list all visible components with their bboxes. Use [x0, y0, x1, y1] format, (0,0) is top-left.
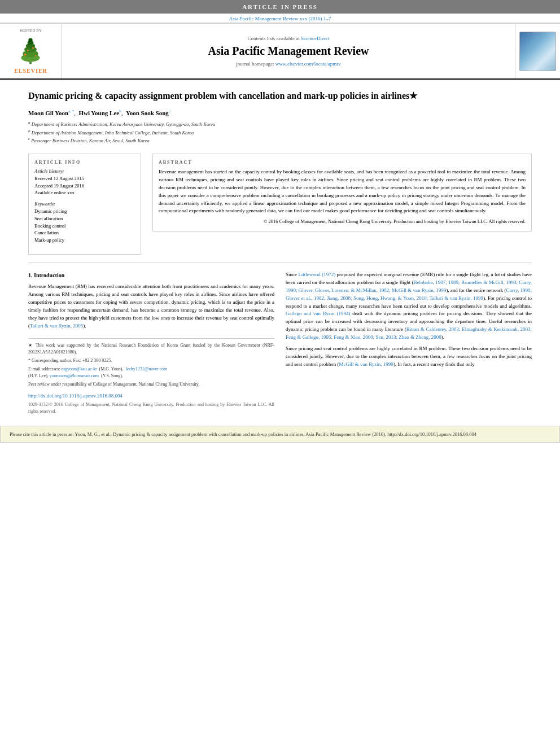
keyword-1: Dynamic pricing — [34, 208, 135, 215]
keywords-list: Dynamic pricing Seat allocation Booking … — [34, 208, 135, 244]
affil-b-text: Department of Aviation Management, Inha … — [32, 129, 194, 135]
sciencedirect-link[interactable]: ScienceDirect — [301, 36, 329, 41]
contents-line: Contents lists available at ScienceDirec… — [248, 36, 330, 41]
right-col-para1: Since Littlewood (1972) proposed the exp… — [286, 271, 532, 342]
main-content: Dynamic pricing & capacity assignment pr… — [0, 80, 560, 426]
accepted-date: Accepted 19 August 2016 — [34, 182, 135, 190]
journal-header: HOSTED BY ELSEVIER Conten — [0, 23, 560, 80]
article-info-box: ARTICLE INFO Article history: Received 1… — [28, 154, 141, 255]
intro-heading: 1. Introduction — [28, 271, 274, 280]
cite-talluri-2005: Talluri & van Ryzin, 2005 — [30, 323, 83, 329]
right-col-para2: Since pricing and seat control problems … — [286, 345, 532, 369]
keywords-title: Keywords: — [34, 201, 135, 207]
author-3-name: Yoon Sook Song — [126, 110, 169, 116]
email-3[interactable]: yoonssong@koreanair.com — [50, 373, 99, 378]
bottom-citation-bar: Please cite this article in press as: Yo… — [0, 426, 560, 443]
cite-gallego-1994: Gallego and van Ryzin (1994) — [286, 311, 351, 316]
email-3-name: Y.S. Song — [103, 373, 121, 378]
author-2-name: Hwi Young Lee — [78, 110, 119, 116]
article-body: 1. Introduction Revenue Management (RM) … — [28, 271, 532, 420]
author-2-sup: b — [119, 109, 121, 113]
affiliation-a: a Department of Business Administration,… — [28, 120, 532, 128]
journal-header-center: Contents lists available at ScienceDirec… — [62, 24, 515, 78]
cite-littlewood: Littlewood (1972) — [298, 272, 335, 277]
homepage-prefix: journal homepage: — [236, 61, 275, 67]
doi-line[interactable]: http://dx.doi.org/10.1016/j.apmrv.2016.0… — [28, 392, 274, 400]
footnotes-area: ★ This work was supported by the Nationa… — [28, 338, 274, 388]
svg-point-6 — [29, 38, 33, 42]
email-label: E-mail addresses: — [28, 366, 60, 372]
journal-homepage: journal homepage: www.elsevier.com/locat… — [236, 61, 340, 67]
affiliation-b: b Department of Aviation Management, Inh… — [28, 128, 532, 137]
author-1-sup: a, * — [68, 109, 74, 113]
svg-point-8 — [35, 55, 37, 56]
abstract-text: Revenue management has started on the ca… — [159, 168, 526, 216]
affil-a-text: Department of Business Administration, K… — [32, 121, 216, 127]
affil-c-text: Passenger Business Division, Korean Air,… — [31, 138, 149, 143]
email-2[interactable]: leehy1231@naver.com — [125, 366, 167, 372]
abstract-copyright: © 2016 College of Management, National C… — [159, 219, 526, 225]
keywords-section: Keywords: Dynamic pricing Seat allocatio… — [34, 201, 135, 244]
svg-point-9 — [28, 50, 29, 51]
cite-dynamic-pricing: Bitran & Caldentey, 2003; Elmaghraby & K… — [286, 326, 532, 340]
keyword-4: Cancellation — [34, 229, 135, 237]
history-title: Article history: — [34, 168, 135, 174]
journal-ref-line: Asia Pacific Management Review xxx (2016… — [0, 14, 560, 23]
footnote-peer-review: Peer review under responsibility of Coll… — [28, 381, 274, 388]
elsevier-wordmark: ELSEVIER — [14, 68, 47, 74]
contents-prefix: Contents lists available at — [248, 36, 301, 41]
email-1-name: M.G. Yoon — [100, 366, 121, 372]
svg-point-10 — [33, 47, 34, 49]
author-1-name: Moon Gil Yoon — [28, 110, 68, 116]
footnote-corresp: * Corresponding author. Fax: +82 2 300 0… — [28, 357, 274, 364]
svg-point-7 — [24, 54, 27, 56]
received-date: Received 12 August 2015 — [34, 175, 135, 182]
body-right-col: Since Littlewood (1972) proposed the exp… — [286, 271, 532, 420]
elsevier-logo-box: HOSTED BY ELSEVIER — [0, 24, 62, 78]
issn-line: 1029-3132/© 2016 College of Management, … — [28, 401, 274, 416]
journal-title: Asia Pacific Management Review — [208, 45, 369, 58]
cite-mcgill-1999: McGill & van Ryzin, 1999 — [339, 361, 393, 367]
keyword-2: Seat allocation — [34, 215, 135, 222]
article-info-label: ARTICLE INFO — [34, 160, 135, 165]
homepage-link[interactable]: www.elsevier.com/locate/apmrv — [275, 61, 341, 67]
cite-belobaba: Belobaba, 1987, 1989; Brumelles & McGill… — [286, 279, 532, 293]
elsevier-tree-icon — [16, 35, 45, 66]
journal-cover-image — [519, 32, 556, 71]
affiliation-c: c Passenger Business Division, Korean Ai… — [28, 136, 532, 145]
abstract-box: ABSTRACT Revenue management has started … — [152, 154, 532, 232]
author-3-sup: c — [169, 109, 170, 113]
info-abstract-section: ARTICLE INFO Article history: Received 1… — [28, 154, 532, 255]
article-history: Article history: Received 12 August 2015… — [34, 168, 135, 196]
section-divider — [28, 263, 532, 263]
footnote-star: ★ This work was supported by the Nationa… — [28, 342, 274, 356]
keyword-5: Mark-up policy — [34, 237, 135, 244]
intro-para-1: Revenue Management (RM) has received con… — [28, 283, 274, 330]
article-info-col: ARTICLE INFO Article history: Received 1… — [28, 154, 141, 255]
keyword-3: Booking control — [34, 222, 135, 230]
affiliations: a Department of Business Administration,… — [28, 120, 532, 145]
article-title: Dynamic pricing & capacity assignment pr… — [28, 90, 532, 102]
email-1b-label: (H.Y. Lee), — [28, 373, 49, 378]
footnote-emails: E-mail addresses: mgyoon@kau.ac.kr (M.G.… — [28, 366, 274, 379]
hosted-by-label: HOSTED BY — [20, 28, 42, 33]
email-1[interactable]: mgyoon@kau.ac.kr — [62, 366, 97, 372]
authors-line: Moon Gil Yoona, *, Hwi Young Leeb, Yoon … — [28, 109, 532, 116]
abstract-col: ABSTRACT Revenue management has started … — [152, 154, 532, 255]
abstract-label: ABSTRACT — [159, 160, 526, 165]
body-left-col: 1. Introduction Revenue Management (RM) … — [28, 271, 274, 420]
journal-thumbnail — [515, 24, 560, 78]
article-in-press-banner: ARTICLE IN PRESS — [0, 0, 560, 14]
available-online: Available online xxx — [34, 189, 135, 196]
